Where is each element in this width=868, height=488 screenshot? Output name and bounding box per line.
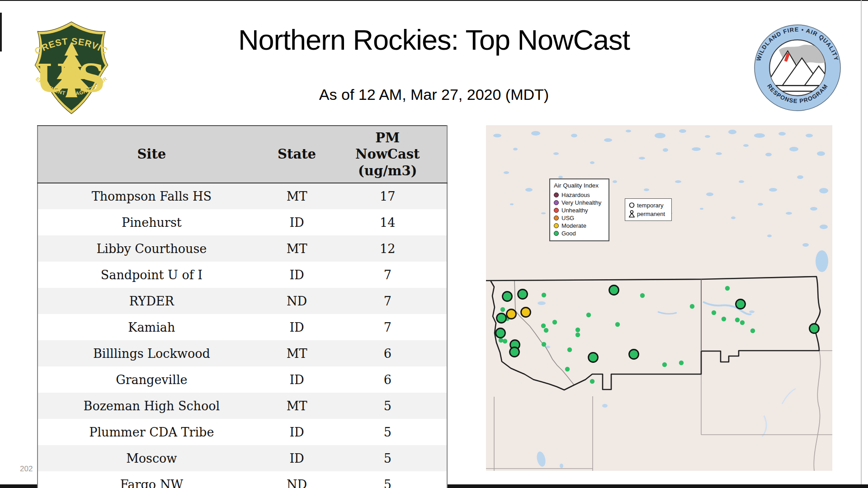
monitor-marker-temporary[interactable] xyxy=(499,338,503,343)
map-canvas xyxy=(486,125,832,471)
site-cell: RYDER xyxy=(38,288,265,314)
site-cell: Kamiah xyxy=(38,314,265,340)
monitor-marker-permanent[interactable] xyxy=(510,347,519,357)
monitor-marker-temporary[interactable] xyxy=(712,310,716,315)
nowcast-table: Site State PM NowCast (ug/m3) Thompson F… xyxy=(37,125,448,488)
state-cell: ID xyxy=(265,314,329,340)
aqi-color-dot-icon xyxy=(554,216,559,221)
monitor-marker-temporary[interactable] xyxy=(542,342,546,347)
legend-item-temporary: temporary xyxy=(628,201,670,210)
aqi-legend-item: Moderate xyxy=(554,222,606,230)
monitor-marker-temporary[interactable] xyxy=(500,307,505,312)
monitor-marker-permanent[interactable] xyxy=(589,353,598,362)
monitor-marker-temporary[interactable] xyxy=(615,322,620,327)
value-cell: 5 xyxy=(328,393,447,419)
value-cell: 5 xyxy=(328,419,447,445)
state-cell: MT xyxy=(265,340,329,366)
monitor-type-legend: temporary permanent xyxy=(625,198,672,221)
aqi-legend-item: Hazardous xyxy=(554,191,606,199)
page-title: Northern Rockies: Top NowCast xyxy=(0,23,868,56)
monitor-marker-temporary[interactable] xyxy=(576,328,580,332)
monitor-marker-permanent[interactable] xyxy=(609,286,619,295)
monitor-marker-temporary[interactable] xyxy=(552,320,557,324)
forest-service-shield-icon: FOREST SERVICE DEPARTMENT OF AGRICULTURE… xyxy=(28,20,115,116)
state-cell: ID xyxy=(265,366,329,393)
state-cell: ND xyxy=(265,288,329,314)
monitor-marker-temporary[interactable] xyxy=(740,320,745,325)
monitor-marker-temporary[interactable] xyxy=(735,318,740,322)
monitor-marker-temporary[interactable] xyxy=(576,333,580,337)
site-cell: Fargo NW xyxy=(38,471,265,488)
value-cell: 7 xyxy=(328,262,447,288)
slide-right-edge xyxy=(861,0,862,484)
monitor-marker-temporary[interactable] xyxy=(542,293,546,297)
monitor-marker-permanent[interactable] xyxy=(810,324,819,333)
monitor-marker-temporary[interactable] xyxy=(567,347,572,352)
table-row: KamiahID7 xyxy=(38,314,447,340)
aqi-legend-title: Air Quality Index xyxy=(554,182,606,189)
table-row: Thompson Falls HSMT17 xyxy=(38,183,447,209)
state-cell: ND xyxy=(265,471,329,488)
aqi-legend-label: Very Unhealthy xyxy=(561,199,601,206)
monitor-marker-permanent[interactable] xyxy=(503,292,512,301)
aqi-color-dot-icon xyxy=(554,231,559,236)
state-cell: ID xyxy=(265,445,329,471)
aqi-legend-label: Moderate xyxy=(561,222,586,229)
monitor-marker-temporary[interactable] xyxy=(640,293,645,298)
state-cell: MT xyxy=(265,235,329,262)
monitor-marker-temporary[interactable] xyxy=(544,328,548,333)
slide-left-edge xyxy=(0,13,2,52)
monitor-marker-temporary[interactable] xyxy=(503,339,507,343)
monitor-marker-permanent[interactable] xyxy=(507,310,516,319)
aqi-legend: Air Quality Index HazardousVery Unhealth… xyxy=(549,178,609,241)
clipped-timestamp: 202 xyxy=(20,465,36,474)
aqi-legend-item: Unhealthy xyxy=(554,206,606,214)
monitor-marker-permanent[interactable] xyxy=(518,290,528,299)
column-header-state: State xyxy=(265,126,329,183)
site-cell: Libby Courthouse xyxy=(38,235,265,262)
monitor-marker-temporary[interactable] xyxy=(541,324,546,328)
monitor-marker-permanent[interactable] xyxy=(736,300,745,309)
value-cell: 5 xyxy=(328,471,447,488)
value-cell: 6 xyxy=(328,340,447,366)
state-cell: ID xyxy=(265,209,329,235)
site-cell: Plummer CDA Tribe xyxy=(38,419,265,445)
aqi-color-dot-icon xyxy=(554,223,559,228)
monitor-marker-permanent[interactable] xyxy=(629,350,639,359)
monitor-marker-temporary[interactable] xyxy=(690,304,694,309)
aqi-legend-item: Very Unhealthy xyxy=(554,199,606,206)
table-row: Sandpoint U of IID7 xyxy=(38,262,447,288)
monitor-marker-temporary[interactable] xyxy=(722,317,726,321)
table-row: GrangevilleID6 xyxy=(38,366,447,393)
table-row: Billlings LockwoodMT6 xyxy=(38,340,447,366)
aqi-legend-label: Unhealthy xyxy=(561,207,588,214)
column-header-pm-nowcast: PM NowCast (ug/m3) xyxy=(328,126,447,183)
forest-service-logo: FOREST SERVICE DEPARTMENT OF AGRICULTURE… xyxy=(28,20,115,117)
circle-icon xyxy=(628,202,635,209)
legend-label-temporary: temporary xyxy=(637,202,664,209)
person-icon xyxy=(628,210,635,218)
monitor-marker-temporary[interactable] xyxy=(590,379,594,384)
site-cell: Bozeman High School xyxy=(38,393,265,419)
monitor-map: Air Quality Index HazardousVery Unhealth… xyxy=(486,125,832,471)
site-cell: Billlings Lockwood xyxy=(38,340,265,366)
value-cell: 7 xyxy=(328,288,447,314)
monitor-marker-temporary[interactable] xyxy=(565,367,570,371)
legend-item-permanent: permanent xyxy=(628,210,670,218)
state-cell: MT xyxy=(265,183,329,209)
monitor-marker-temporary[interactable] xyxy=(586,313,591,317)
site-cell: Moscow xyxy=(38,445,265,471)
monitor-marker-permanent[interactable] xyxy=(521,308,531,317)
site-cell: Grangeville xyxy=(38,366,265,393)
wfaqrp-logo: WILDLAND FIRE • AIR QUALITY RESPONSE PRO… xyxy=(753,23,842,114)
monitor-marker-temporary[interactable] xyxy=(725,286,730,291)
value-cell: 7 xyxy=(328,314,447,340)
monitor-marker-temporary[interactable] xyxy=(750,328,755,333)
monitor-marker-temporary[interactable] xyxy=(679,361,684,365)
slide-top-edge xyxy=(0,0,868,1)
aqi-color-dot-icon xyxy=(554,192,559,197)
monitor-marker-temporary[interactable] xyxy=(662,362,667,367)
table-row: Bozeman High SchoolMT5 xyxy=(38,393,447,419)
monitor-marker-permanent[interactable] xyxy=(496,328,505,338)
monitor-marker-permanent[interactable] xyxy=(497,314,506,323)
